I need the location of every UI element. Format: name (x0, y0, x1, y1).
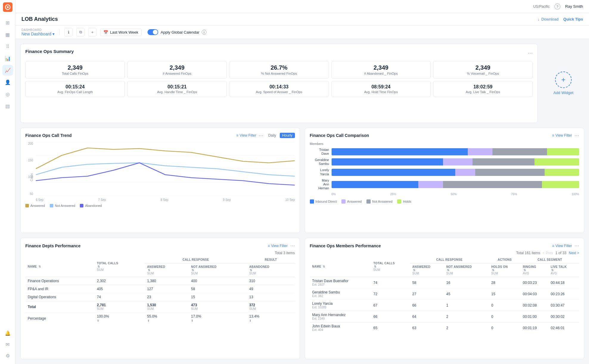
mth-not-answered[interactable]: Not Answered ⇅ SUM (444, 263, 489, 277)
summary-menu-button[interactable]: ⋯ (528, 50, 533, 56)
bar-chart-view-filter[interactable]: ≡ View Filter (552, 133, 572, 138)
legend-label-not-answered: Not Answered (55, 204, 75, 207)
topbar: US/Pacific ? Ray Smith (15, 0, 589, 13)
dept-total-abandoned: 372 SUM (247, 301, 295, 313)
speed-of-answer-value: 00:14:33 (233, 84, 325, 90)
legend-bar-not-answered: Not Answered (366, 199, 392, 204)
sidebar-item-analytics[interactable]: 📈 (2, 65, 13, 76)
legend-dot-bar-answered (341, 199, 346, 204)
sidebar-item-dots[interactable]: ⠿ (2, 41, 13, 52)
members-table-menu[interactable]: ⋯ (574, 243, 579, 249)
svg-point-2 (7, 6, 9, 8)
sidebar-item-bell[interactable]: 🔔 (2, 328, 13, 338)
prev-page-button[interactable]: < Prev (543, 251, 553, 255)
mth-holds-on[interactable]: Holds On ⇅ SUM (489, 263, 520, 277)
bar-member-0: TristanDave (310, 148, 329, 156)
add-widget-button[interactable]: + (555, 71, 572, 88)
bar-segment-answered (443, 158, 473, 165)
dept-table-menu[interactable]: ⋯ (290, 243, 295, 249)
download-button[interactable]: ↓ Download (537, 17, 558, 21)
legend-not-answered: Not Answered (50, 204, 75, 207)
legend-answered: Answered (25, 204, 45, 207)
mth-actions: Actions (489, 256, 520, 263)
dept-pct-total: 100.0%⬆ (94, 313, 145, 325)
sidebar-item-chart-bar[interactable]: 📊 (2, 53, 13, 64)
copy-button[interactable]: ⧉ (76, 28, 85, 36)
mth-live-talk[interactable]: Live Talk ⇅ AVG (548, 263, 579, 277)
sidebar-item-grid[interactable]: ▦ (2, 29, 13, 40)
sidebar-item-user[interactable]: 👤 (2, 77, 13, 88)
table-row: Geraldine Sambu Ext. 382 72 27 45 15 00:… (310, 288, 579, 300)
charts-row: Finance Ops Call Trend ≡ View Filter ⋯ D… (20, 128, 584, 233)
mth-answered[interactable]: Answered ⇅ SUM (410, 263, 444, 277)
legend-dot-inbound (310, 199, 314, 204)
sidebar-item-mail[interactable]: ✉ (2, 339, 13, 350)
add-widget-panel[interactable]: + Add Widget (543, 44, 584, 123)
summary-card-call-length: 00:15:24 Avg. FinOps Call Length (25, 81, 125, 97)
dept-table-header: Finance Depts Performance ≡ View Filter … (25, 243, 295, 249)
sidebar: ⊞ ▦ ⠿ 📊 📈 👤 ◎ ▤ 🔔 ✉ ⚙ (0, 0, 15, 364)
line-chart-legend: Answered Not Answered Abandoned (25, 204, 295, 207)
dept-pct-label: Percentage (25, 313, 94, 325)
timezone-label: US/Pacific (533, 4, 550, 9)
mth-name[interactable]: Name ⇅ (310, 256, 371, 277)
dashboard-label-wrap: DASHBOARD New Dashboard ▾ (21, 28, 55, 36)
legend-label-answered: Answered (30, 204, 45, 207)
sidebar-item-home[interactable]: ⊞ (2, 17, 13, 28)
legend-dot-abandoned (80, 204, 83, 207)
add-dashboard-button[interactable]: + (88, 28, 97, 36)
sidebar-item-table[interactable]: ▤ (2, 101, 13, 111)
y-axis-labels: 200 150 100 50 (25, 142, 34, 196)
dept-not-answered-1: 58 (189, 285, 247, 293)
legend-dot-not-answered (50, 204, 53, 207)
help-button[interactable]: ? (554, 4, 560, 10)
dept-total-not-answered: 473 SUM (189, 301, 247, 313)
tab-daily[interactable]: Daily (266, 133, 279, 138)
sidebar-item-settings[interactable]: ⚙ (2, 350, 13, 361)
next-page-button[interactable]: Next > (569, 251, 579, 255)
mth-ringing[interactable]: Ringing ⇅ AVG (520, 263, 548, 277)
th-abandoned[interactable]: Abandoned ⇅ SUM (247, 263, 295, 277)
date-range-picker[interactable]: 📅 Last Work Week (100, 29, 142, 36)
app-logo[interactable] (3, 2, 13, 12)
date-range-label: Last Work Week (110, 30, 138, 35)
line-chart-card: Finance Ops Call Trend ≡ View Filter ⋯ D… (20, 128, 300, 233)
bar-2 (332, 169, 579, 176)
live-talk-label: Avg. Live Talk _ FinOps (437, 90, 529, 94)
voicemail-label: % Voicemail _ FinOps (437, 72, 529, 75)
bar-chart-legend: Inbound Direct Answered Not Answered Hol… (310, 199, 579, 204)
th-not-answered[interactable]: Not Answered ⇅ SUM (189, 263, 247, 277)
mth-total-calls[interactable]: Total Calls ⇅ SUM (371, 256, 410, 277)
global-calendar-toggle[interactable] (147, 29, 158, 35)
th-total-calls[interactable]: Total Calls ⇅ SUM (94, 256, 145, 277)
bar-segment-inbound (332, 169, 456, 176)
quick-tips-button[interactable]: Quick Tips (563, 17, 583, 21)
dept-pct-answered: 55.0%⬆ (145, 313, 189, 325)
members-filter-icon: ≡ (552, 244, 554, 248)
dept-view-filter[interactable]: ≡ View Filter (268, 244, 288, 248)
dashboard-content: Finance Ops Summary ⋯ 2,349 Total Calls … (15, 39, 589, 364)
legend-dot-bar-not-answered (366, 199, 371, 204)
bar-row-0: TristanDave (310, 148, 579, 156)
legend-label-inbound: Inbound Direct (316, 200, 337, 203)
tab-hourly[interactable]: Hourly (280, 133, 295, 138)
sidebar-item-circle[interactable]: ◎ (2, 89, 13, 99)
line-chart-svg-wrap: 200 150 100 50 Count (25, 142, 295, 201)
handle-time-value: 00:15:21 (131, 84, 223, 90)
members-view-filter[interactable]: ≡ View Filter (552, 244, 572, 248)
th-name[interactable]: Name ⇅ (25, 256, 94, 277)
bar-row-1: GeraldineSambu (310, 158, 579, 166)
line-chart-view-filter[interactable]: ≡ View Filter (236, 133, 256, 138)
dept-pct-abandoned: 13.4%⬆ (247, 313, 295, 325)
members-table-header: Finance Ops Members Performance ≡ View F… (310, 243, 579, 249)
th-answered[interactable]: Answered ⇅ SUM (145, 263, 189, 277)
dashboard-name-selector[interactable]: New Dashboard ▾ (21, 32, 55, 36)
line-chart-menu[interactable]: ⋯ (259, 133, 263, 138)
bar-segment-inbound (332, 181, 418, 188)
info-button[interactable]: ℹ (64, 28, 73, 36)
bar-chart-x-labels: 0% 25% 50% 75% 100% (332, 193, 579, 196)
bar-chart-menu[interactable]: ⋯ (574, 133, 579, 138)
calendar-info-icon[interactable]: ℹ (202, 30, 206, 35)
table-row: FP&A and IR 405 127 58 49 (25, 285, 295, 293)
page-title: LOB Analytics (21, 16, 58, 22)
